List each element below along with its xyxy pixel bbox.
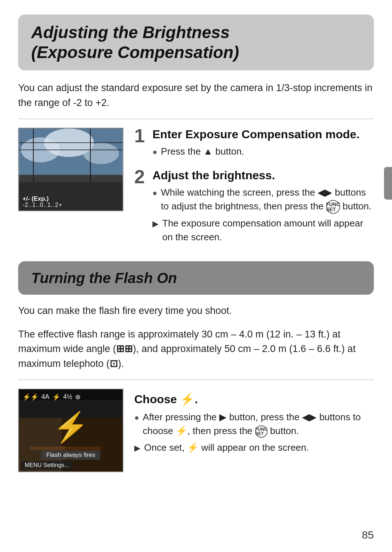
step2-bullet1: ● While watching the screen, press the ◀… <box>152 186 374 214</box>
step2-body: Adjust the brightness. ● While watching … <box>152 169 374 247</box>
step2-title: Adjust the brightness. <box>152 169 374 182</box>
bullet-dot-3: ● <box>134 412 139 424</box>
step1: 1 Enter Exposure Compensation mode. ● Pr… <box>134 128 374 161</box>
section1-title-line2: (Exposure Compensation) <box>31 42 361 62</box>
choose-bullet2-text: Once set, ⚡ will appear on the screen. <box>144 441 309 455</box>
divider1 <box>18 119 374 119</box>
right-tab <box>384 167 392 200</box>
steps-content: 1 Enter Exposure Compensation mode. ● Pr… <box>134 128 374 254</box>
bullet-dot-1: ● <box>152 146 157 158</box>
svg-rect-15 <box>65 446 101 450</box>
flash-icon-2: 4A <box>41 393 49 401</box>
choose-title: Choose ⚡. <box>134 392 374 406</box>
flash-icon-3: ⚡ <box>52 393 60 401</box>
exp-scale: -2..1..0..1..2+ <box>23 202 62 208</box>
step1-bullet1-text: Press the ▲ button. <box>161 145 244 159</box>
section2-title: Turning the Flash On <box>31 269 361 287</box>
step1-body: Enter Exposure Compensation mode. ● Pres… <box>152 128 374 161</box>
flash-icons-top: ⚡⚡ 4A ⚡ 4½ ⊛ <box>23 393 81 401</box>
bullet-arrow-2: ▶ <box>134 442 140 454</box>
step1-title: Enter Exposure Compensation mode. <box>152 128 374 141</box>
step1-number: 1 <box>134 126 147 145</box>
exposure-camera-image: +/- (Exp.) -2..1..0..1..2+ <box>18 128 123 211</box>
flash-always-bar: Flash always fires <box>41 450 100 460</box>
choose-bullet1-text: After pressing the ▶ button, press the ◀… <box>143 410 374 438</box>
svg-rect-14 <box>30 446 65 450</box>
step2: 2 Adjust the brightness. ● While watchin… <box>134 169 374 247</box>
step2-bullet2: ▶ The exposure compensation amount will … <box>152 217 374 244</box>
section2-header: Turning the Flash On <box>18 261 374 295</box>
section1-header: Adjusting the Brightness (Exposure Compe… <box>18 15 374 70</box>
flash-icon-large: ⚡ <box>53 410 89 444</box>
choose-bullet1: ● After pressing the ▶ button, press the… <box>134 410 374 438</box>
step2-bullet1-text: While watching the screen, press the ◀▶ … <box>161 186 374 214</box>
section1-intro: You can adjust the standard exposure set… <box>18 81 374 110</box>
choose-bullet2: ▶ Once set, ⚡ will appear on the screen. <box>134 441 374 455</box>
step2-number: 2 <box>134 167 147 186</box>
page-number: 85 <box>362 529 374 541</box>
exp-label: +/- (Exp.) <box>23 195 49 203</box>
section1-title-line1: Adjusting the Brightness <box>31 23 361 42</box>
svg-rect-5 <box>19 175 123 182</box>
flash-icon-1: ⚡⚡ <box>23 393 38 401</box>
step2-bullet2-text: The exposure compensation amount will ap… <box>162 217 374 244</box>
choose-section: Choose ⚡. ● After pressing the ▶ button,… <box>134 392 374 457</box>
bullet-dot-2: ● <box>152 187 157 199</box>
step1-bullet1: ● Press the ▲ button. <box>152 145 374 159</box>
section2-intro1: You can make the flash fire every time y… <box>18 303 374 318</box>
flash-icon-5: ⊛ <box>75 393 81 401</box>
func-set-button-1: FUNCSET <box>326 200 340 214</box>
flash-steps-container: ⚡ ⚡⚡ 4A ⚡ 4½ ⊛ Flash always fires MENU S… <box>18 389 374 472</box>
bullet-arrow-1: ▶ <box>152 218 159 230</box>
flash-icon-4: 4½ <box>63 393 72 401</box>
svg-point-4 <box>83 143 119 164</box>
divider2 <box>18 380 374 380</box>
flash-camera-image: ⚡ ⚡⚡ 4A ⚡ 4½ ⊛ Flash always fires MENU S… <box>18 389 123 472</box>
steps-container: +/- (Exp.) -2..1..0..1..2+ 1 Enter Expos… <box>18 128 374 254</box>
menu-bar: MENU Settings... <box>21 461 73 469</box>
func-set-button-2: FUNCSET <box>255 425 268 438</box>
section2-intro2: The effective flash range is approximate… <box>18 327 374 371</box>
